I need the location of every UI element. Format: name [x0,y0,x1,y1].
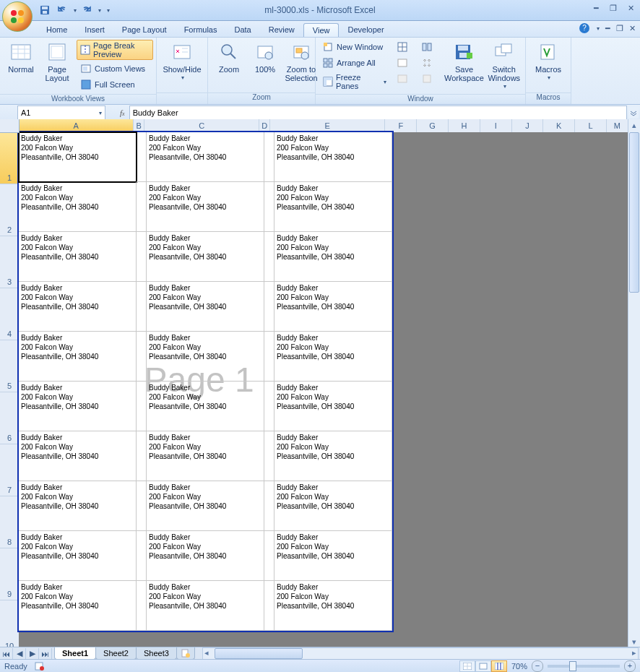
label-cell[interactable]: Buddy Baker200 Falcon WayPleasantville, … [147,431,264,481]
spacer-cell[interactable] [264,581,274,631]
scroll-left-button[interactable]: ◂ [204,648,209,658]
row-header-7[interactable]: 7 [0,444,19,496]
column-header-I[interactable]: I [480,119,512,132]
spacer-cell[interactable] [137,481,147,531]
sheet-tab-sheet3[interactable]: Sheet3 [136,647,177,660]
vertical-scrollbar[interactable]: ▴ ▾ [628,119,640,647]
spacer-cell[interactable] [137,531,147,581]
column-header-F[interactable]: F [385,119,417,132]
label-cell[interactable]: Buddy Baker200 Falcon WayPleasantville, … [19,581,137,631]
spacer-cell[interactable] [264,431,274,481]
office-button[interactable] [2,1,33,32]
freeze-panes-button[interactable]: Freeze Panes▾ [319,72,390,92]
label-cell[interactable]: Buddy Baker200 Falcon WayPleasantville, … [147,531,264,581]
new-window-button[interactable]: New Window [319,40,390,54]
new-sheet-button[interactable] [176,647,195,660]
restore-button[interactable]: ❐ [607,3,620,13]
zoom-button[interactable]: Zoom [211,39,247,75]
row-header-1[interactable]: 1 [0,132,19,184]
row-header-10[interactable]: 10 [0,600,19,652]
prev-sheet-button[interactable]: ◀ [13,648,26,659]
label-cell[interactable]: Buddy Baker200 Falcon WayPleasantville, … [274,431,392,481]
column-header-C[interactable]: C [144,119,259,132]
redo-button[interactable] [79,3,94,17]
zoom-out-button[interactable]: − [532,660,543,672]
label-cell[interactable]: Buddy Baker200 Falcon WayPleasantville, … [147,332,264,382]
spacer-cell[interactable] [137,332,147,382]
zoom-100-button[interactable]: 100% [247,39,283,75]
label-cell[interactable]: Buddy Baker200 Falcon WayPleasantville, … [147,382,264,431]
save-workspace-button[interactable]: Save Workspace [442,39,485,84]
next-sheet-button[interactable]: ▶ [26,648,39,659]
spacer-cell[interactable] [137,182,147,232]
spacer-cell[interactable] [264,481,274,531]
label-cell[interactable]: Buddy Baker200 Falcon WayPleasantville, … [147,182,264,232]
label-cell[interactable]: Buddy Baker200 Falcon WayPleasantville, … [274,332,392,382]
spacer-cell[interactable] [264,132,274,182]
save-button[interactable] [38,3,52,17]
zoom-selection-button[interactable]: Zoom to Selection [283,39,319,84]
zoom-in-button[interactable]: + [624,660,636,672]
spacer-cell[interactable] [264,332,274,382]
column-header-A[interactable]: A [19,119,134,132]
expand-formula-bar-button[interactable] [628,107,639,119]
fx-icon[interactable]: fx [120,108,125,117]
spacer-cell[interactable] [264,382,274,431]
qat-customize[interactable]: ▾ [107,7,110,14]
label-cell[interactable]: Buddy Baker200 Falcon WayPleasantville, … [147,132,264,182]
row-header-4[interactable]: 4 [0,288,19,340]
sheet-tab-sheet2[interactable]: Sheet2 [95,647,137,660]
help-dropdown[interactable]: ▾ [597,25,600,32]
label-cell[interactable]: Buddy Baker200 Falcon WayPleasantville, … [19,431,137,481]
minimize-button[interactable]: ━ [589,3,602,13]
label-cell[interactable]: Buddy Baker200 Falcon WayPleasantville, … [19,481,137,531]
spacer-cell[interactable] [264,182,274,232]
macros-button[interactable]: Macros ▾ [530,39,566,84]
switch-windows-button[interactable]: Switch Windows ▾ [486,39,522,92]
label-cell[interactable]: Buddy Baker200 Falcon WayPleasantville, … [19,382,137,431]
column-header-J[interactable]: J [512,119,544,132]
unhide-button[interactable] [393,72,415,86]
close-button[interactable]: ✕ [624,3,637,13]
spacer-cell[interactable] [137,232,147,282]
row-header-9[interactable]: 9 [0,548,19,600]
last-sheet-button[interactable]: ⏭ [39,648,52,659]
scroll-down-button[interactable]: ▾ [628,636,640,647]
tab-home[interactable]: Home [38,23,76,37]
spacer-cell[interactable] [137,132,147,182]
row-header-8[interactable]: 8 [0,496,19,548]
doc-restore-button[interactable]: ❐ [616,24,623,33]
spacer-cell[interactable] [264,282,274,332]
row-header-3[interactable]: 3 [0,236,19,288]
tab-review[interactable]: Review [260,23,303,37]
label-cell[interactable]: Buddy Baker200 Falcon WayPleasantville, … [19,531,137,581]
hscroll-thumb[interactable] [215,648,303,659]
spacer-cell[interactable] [137,382,147,431]
page-break-preview-button[interactable]: Page Break Preview [77,40,153,60]
redo-dropdown[interactable]: ▾ [98,7,101,14]
sync-scroll-button[interactable] [418,56,439,70]
page-layout-view-button[interactable]: Page Layout [39,39,75,84]
label-cell[interactable]: Buddy Baker200 Falcon WayPleasantville, … [19,282,137,332]
undo-dropdown[interactable]: ▾ [74,7,77,14]
tab-data[interactable]: Data [225,23,259,37]
arrange-all-button[interactable]: Arrange All [319,56,390,70]
tab-developer[interactable]: Developer [339,23,392,37]
label-cell[interactable]: Buddy Baker200 Falcon WayPleasantville, … [19,332,137,382]
doc-close-button[interactable]: ✕ [629,24,636,33]
label-cell[interactable]: Buddy Baker200 Falcon WayPleasantville, … [274,182,392,232]
column-header-L[interactable]: L [575,119,607,132]
page-break-status-button[interactable] [491,660,507,672]
spacer-cell[interactable] [137,581,147,631]
help-button[interactable]: ? [579,23,589,33]
normal-view-button[interactable]: Normal [3,39,39,75]
formula-bar[interactable]: Buddy Baker [129,105,627,120]
label-cell[interactable]: Buddy Baker200 Falcon WayPleasantville, … [19,132,137,182]
first-sheet-button[interactable]: ⏮ [0,648,13,659]
column-header-M[interactable]: M [607,119,628,132]
label-cell[interactable]: Buddy Baker200 Falcon WayPleasantville, … [274,282,392,332]
undo-button[interactable] [55,3,69,17]
tab-page-layout[interactable]: Page Layout [113,23,176,37]
row-header-6[interactable]: 6 [0,392,19,444]
show-hide-button[interactable]: Show/Hide ▾ [160,39,204,84]
